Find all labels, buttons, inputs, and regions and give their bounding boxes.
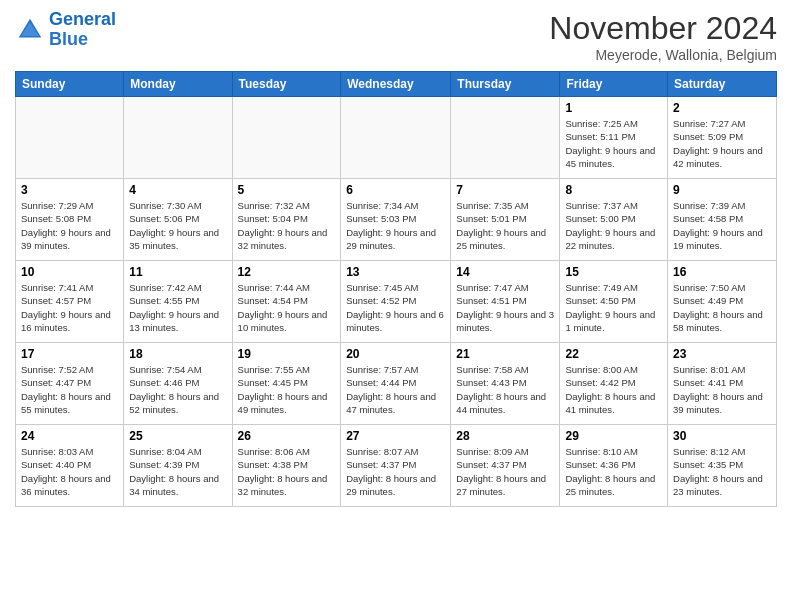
calendar-cell: 3Sunrise: 7:29 AM Sunset: 5:08 PM Daylig…: [16, 179, 124, 261]
day-info: Sunrise: 7:45 AM Sunset: 4:52 PM Dayligh…: [346, 281, 445, 334]
calendar-cell: 21Sunrise: 7:58 AM Sunset: 4:43 PM Dayli…: [451, 343, 560, 425]
day-info: Sunrise: 7:27 AM Sunset: 5:09 PM Dayligh…: [673, 117, 771, 170]
day-info: Sunrise: 7:49 AM Sunset: 4:50 PM Dayligh…: [565, 281, 662, 334]
calendar-cell: [341, 97, 451, 179]
day-info: Sunrise: 8:10 AM Sunset: 4:36 PM Dayligh…: [565, 445, 662, 498]
calendar-cell: 8Sunrise: 7:37 AM Sunset: 5:00 PM Daylig…: [560, 179, 668, 261]
calendar-cell: 13Sunrise: 7:45 AM Sunset: 4:52 PM Dayli…: [341, 261, 451, 343]
logo-line2: Blue: [49, 29, 88, 49]
logo-text: General Blue: [49, 10, 116, 50]
logo-line1: General: [49, 9, 116, 29]
day-number: 21: [456, 347, 554, 361]
day-info: Sunrise: 7:35 AM Sunset: 5:01 PM Dayligh…: [456, 199, 554, 252]
day-info: Sunrise: 7:32 AM Sunset: 5:04 PM Dayligh…: [238, 199, 336, 252]
calendar-cell: 18Sunrise: 7:54 AM Sunset: 4:46 PM Dayli…: [124, 343, 232, 425]
day-number: 22: [565, 347, 662, 361]
day-info: Sunrise: 7:52 AM Sunset: 4:47 PM Dayligh…: [21, 363, 118, 416]
calendar-week-1: 1Sunrise: 7:25 AM Sunset: 5:11 PM Daylig…: [16, 97, 777, 179]
day-number: 4: [129, 183, 226, 197]
day-number: 29: [565, 429, 662, 443]
calendar-week-2: 3Sunrise: 7:29 AM Sunset: 5:08 PM Daylig…: [16, 179, 777, 261]
calendar-cell: 14Sunrise: 7:47 AM Sunset: 4:51 PM Dayli…: [451, 261, 560, 343]
month-title: November 2024: [549, 10, 777, 47]
logo-icon: [15, 15, 45, 45]
calendar-cell: 23Sunrise: 8:01 AM Sunset: 4:41 PM Dayli…: [668, 343, 777, 425]
title-block: November 2024 Meyerode, Wallonia, Belgiu…: [549, 10, 777, 63]
calendar-cell: 9Sunrise: 7:39 AM Sunset: 4:58 PM Daylig…: [668, 179, 777, 261]
calendar-cell: [124, 97, 232, 179]
day-number: 5: [238, 183, 336, 197]
header-friday: Friday: [560, 72, 668, 97]
calendar-week-5: 24Sunrise: 8:03 AM Sunset: 4:40 PM Dayli…: [16, 425, 777, 507]
day-info: Sunrise: 8:01 AM Sunset: 4:41 PM Dayligh…: [673, 363, 771, 416]
day-info: Sunrise: 8:12 AM Sunset: 4:35 PM Dayligh…: [673, 445, 771, 498]
day-number: 1: [565, 101, 662, 115]
day-number: 23: [673, 347, 771, 361]
calendar-cell: 24Sunrise: 8:03 AM Sunset: 4:40 PM Dayli…: [16, 425, 124, 507]
day-number: 15: [565, 265, 662, 279]
calendar-cell: 12Sunrise: 7:44 AM Sunset: 4:54 PM Dayli…: [232, 261, 341, 343]
day-number: 9: [673, 183, 771, 197]
day-info: Sunrise: 7:50 AM Sunset: 4:49 PM Dayligh…: [673, 281, 771, 334]
calendar-cell: 29Sunrise: 8:10 AM Sunset: 4:36 PM Dayli…: [560, 425, 668, 507]
calendar-week-4: 17Sunrise: 7:52 AM Sunset: 4:47 PM Dayli…: [16, 343, 777, 425]
day-info: Sunrise: 7:54 AM Sunset: 4:46 PM Dayligh…: [129, 363, 226, 416]
day-number: 6: [346, 183, 445, 197]
day-number: 2: [673, 101, 771, 115]
day-info: Sunrise: 8:00 AM Sunset: 4:42 PM Dayligh…: [565, 363, 662, 416]
day-number: 11: [129, 265, 226, 279]
day-number: 19: [238, 347, 336, 361]
day-number: 12: [238, 265, 336, 279]
location-subtitle: Meyerode, Wallonia, Belgium: [549, 47, 777, 63]
calendar-cell: 2Sunrise: 7:27 AM Sunset: 5:09 PM Daylig…: [668, 97, 777, 179]
day-info: Sunrise: 8:04 AM Sunset: 4:39 PM Dayligh…: [129, 445, 226, 498]
day-info: Sunrise: 7:29 AM Sunset: 5:08 PM Dayligh…: [21, 199, 118, 252]
weekday-header-row: Sunday Monday Tuesday Wednesday Thursday…: [16, 72, 777, 97]
calendar-cell: 20Sunrise: 7:57 AM Sunset: 4:44 PM Dayli…: [341, 343, 451, 425]
calendar-cell: 30Sunrise: 8:12 AM Sunset: 4:35 PM Dayli…: [668, 425, 777, 507]
calendar-body: 1Sunrise: 7:25 AM Sunset: 5:11 PM Daylig…: [16, 97, 777, 507]
calendar-week-3: 10Sunrise: 7:41 AM Sunset: 4:57 PM Dayli…: [16, 261, 777, 343]
header-wednesday: Wednesday: [341, 72, 451, 97]
day-number: 26: [238, 429, 336, 443]
page-container: General Blue November 2024 Meyerode, Wal…: [0, 0, 792, 517]
day-info: Sunrise: 7:44 AM Sunset: 4:54 PM Dayligh…: [238, 281, 336, 334]
header-monday: Monday: [124, 72, 232, 97]
day-number: 25: [129, 429, 226, 443]
day-number: 17: [21, 347, 118, 361]
calendar-cell: [451, 97, 560, 179]
calendar-cell: 25Sunrise: 8:04 AM Sunset: 4:39 PM Dayli…: [124, 425, 232, 507]
page-header: General Blue November 2024 Meyerode, Wal…: [15, 10, 777, 63]
calendar-cell: 10Sunrise: 7:41 AM Sunset: 4:57 PM Dayli…: [16, 261, 124, 343]
calendar-cell: 16Sunrise: 7:50 AM Sunset: 4:49 PM Dayli…: [668, 261, 777, 343]
day-number: 20: [346, 347, 445, 361]
header-sunday: Sunday: [16, 72, 124, 97]
calendar-cell: 7Sunrise: 7:35 AM Sunset: 5:01 PM Daylig…: [451, 179, 560, 261]
calendar-header: Sunday Monday Tuesday Wednesday Thursday…: [16, 72, 777, 97]
calendar-cell: 17Sunrise: 7:52 AM Sunset: 4:47 PM Dayli…: [16, 343, 124, 425]
header-tuesday: Tuesday: [232, 72, 341, 97]
header-thursday: Thursday: [451, 72, 560, 97]
day-info: Sunrise: 7:34 AM Sunset: 5:03 PM Dayligh…: [346, 199, 445, 252]
day-number: 13: [346, 265, 445, 279]
logo: General Blue: [15, 10, 116, 50]
day-number: 18: [129, 347, 226, 361]
day-number: 8: [565, 183, 662, 197]
day-info: Sunrise: 8:07 AM Sunset: 4:37 PM Dayligh…: [346, 445, 445, 498]
calendar-cell: [16, 97, 124, 179]
day-number: 28: [456, 429, 554, 443]
calendar-cell: 19Sunrise: 7:55 AM Sunset: 4:45 PM Dayli…: [232, 343, 341, 425]
calendar-cell: 27Sunrise: 8:07 AM Sunset: 4:37 PM Dayli…: [341, 425, 451, 507]
calendar-cell: 26Sunrise: 8:06 AM Sunset: 4:38 PM Dayli…: [232, 425, 341, 507]
day-number: 30: [673, 429, 771, 443]
day-info: Sunrise: 7:37 AM Sunset: 5:00 PM Dayligh…: [565, 199, 662, 252]
day-info: Sunrise: 7:41 AM Sunset: 4:57 PM Dayligh…: [21, 281, 118, 334]
day-number: 3: [21, 183, 118, 197]
calendar-cell: 11Sunrise: 7:42 AM Sunset: 4:55 PM Dayli…: [124, 261, 232, 343]
day-number: 16: [673, 265, 771, 279]
day-number: 7: [456, 183, 554, 197]
day-number: 24: [21, 429, 118, 443]
calendar-cell: 4Sunrise: 7:30 AM Sunset: 5:06 PM Daylig…: [124, 179, 232, 261]
calendar-cell: 1Sunrise: 7:25 AM Sunset: 5:11 PM Daylig…: [560, 97, 668, 179]
calendar-cell: 5Sunrise: 7:32 AM Sunset: 5:04 PM Daylig…: [232, 179, 341, 261]
